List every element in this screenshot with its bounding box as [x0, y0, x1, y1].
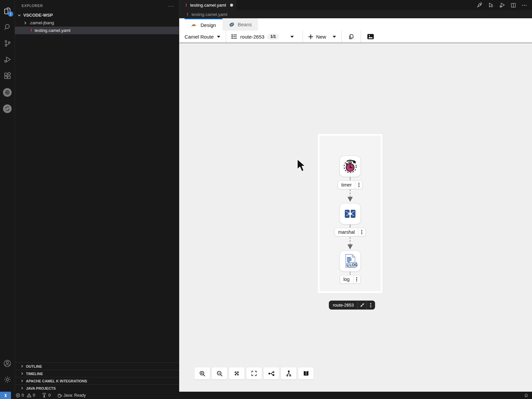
kebab-menu-icon[interactable]	[358, 228, 365, 236]
new-route-button[interactable]: New	[303, 31, 342, 43]
explorer-badge: 1	[8, 11, 13, 17]
breadcrumb-label: testing.camel.yaml	[192, 12, 227, 17]
sidebar-item-extensions[interactable]	[0, 68, 15, 84]
account-button[interactable]	[0, 355, 15, 371]
node-timer[interactable]	[339, 156, 361, 177]
editor-tab-bar: ! testing.camel.yaml	[179, 0, 532, 10]
zoom-in-button[interactable]	[195, 367, 210, 379]
explorer-header: EXPLORER ···	[15, 0, 179, 11]
tab-design-label: Design	[200, 22, 216, 28]
svg-text:LOG: LOG	[349, 263, 358, 267]
dsl-selector[interactable]: Camel Route	[185, 31, 226, 43]
tab-beans[interactable]: Beans	[222, 18, 258, 31]
workspace-root[interactable]: VSCODE-WSP	[15, 11, 179, 19]
remote-indicator[interactable]	[0, 392, 11, 399]
tab-testing-camel-yaml[interactable]: ! testing.camel.yaml	[179, 0, 236, 10]
section-label: TIMELINE	[26, 372, 43, 376]
tree-item-testing-camel-yaml[interactable]: ! testing.camel.yaml	[15, 27, 179, 34]
section-outline[interactable]: OUTLINE	[15, 362, 179, 370]
canvas-toolbar	[195, 367, 314, 379]
kaoto-tab-bar: Design Beans	[179, 18, 532, 31]
gear-icon	[3, 375, 12, 384]
node-log[interactable]: LOG	[339, 250, 361, 272]
notifications-button[interactable]	[524, 393, 529, 398]
export-image-button[interactable]	[361, 31, 380, 43]
chevron-right-icon	[20, 379, 24, 382]
layout-vertical-button[interactable]	[281, 367, 296, 379]
tree-item-camel-jbang[interactable]: .camel-jbang	[15, 19, 179, 27]
run-integration-icon[interactable]	[488, 2, 494, 8]
debug-integration-icon[interactable]	[499, 2, 505, 8]
kebab-menu-icon[interactable]	[353, 275, 360, 283]
folder-label: .camel-jbang	[29, 20, 54, 25]
section-camel-k-integrations[interactable]: APACHE CAMEL K INTEGRATIONS	[15, 377, 179, 384]
activity-bar: 1	[0, 0, 15, 392]
kaoto-toolbar: Camel Route route-2653 1/1	[179, 31, 532, 43]
problems-errors[interactable]: 0	[16, 393, 24, 398]
image-icon	[367, 34, 374, 40]
kebab-menu-icon[interactable]	[366, 301, 375, 310]
caret-down-icon	[217, 36, 220, 38]
split-editor-icon[interactable]	[510, 2, 516, 8]
route-group-label[interactable]: route-2653	[329, 301, 375, 310]
section-timeline[interactable]: TIMELINE	[15, 370, 179, 377]
catalog-button[interactable]	[298, 367, 314, 379]
node-label-marshal[interactable]: marshal	[334, 228, 366, 236]
extensions-icon	[3, 72, 12, 80]
node-label-timer[interactable]: timer	[337, 181, 362, 189]
sidebar-item-run-debug[interactable]	[0, 52, 15, 68]
chevron-down-icon	[17, 14, 22, 17]
node-label-text: marshal	[335, 229, 358, 235]
settings-button[interactable]	[0, 371, 15, 388]
plus-icon	[308, 34, 313, 39]
section-label: JAVA PROJECTS	[26, 386, 56, 390]
java-status[interactable]: Java: Ready	[57, 393, 86, 398]
java-status-label: Java: Ready	[64, 393, 86, 398]
node-marshal[interactable]	[339, 203, 361, 224]
fit-to-screen-button[interactable]	[246, 367, 262, 379]
node-label-log[interactable]: log	[340, 275, 361, 284]
kaoto-canvas[interactable]: timer	[179, 43, 532, 392]
layout-horizontal-button[interactable]	[264, 367, 279, 379]
explorer-sidebar: EXPLORER ··· VSCODE-WSP .camel-jbang	[15, 0, 179, 392]
section-java-projects[interactable]: JAVA PROJECTS	[15, 384, 179, 392]
more-actions-icon[interactable]	[521, 2, 527, 8]
sidebar-item-camel[interactable]	[0, 100, 15, 117]
workspace-label: VSCODE-WSP	[23, 13, 53, 18]
sidebar-item-kubernetes[interactable]	[0, 84, 15, 100]
run-jbang-rocket-icon[interactable]	[476, 2, 483, 8]
section-label: APACHE CAMEL K INTEGRATIONS	[26, 379, 87, 383]
ports-indicator[interactable]: 0	[42, 393, 51, 398]
account-icon	[3, 359, 12, 368]
route-list-icon	[231, 34, 237, 39]
node-label-text: timer	[338, 182, 355, 188]
expand-button[interactable]	[229, 367, 244, 379]
route-dropdown-button[interactable]	[282, 31, 303, 43]
main-area: 1	[0, 0, 532, 392]
sidebar-item-explorer[interactable]: 1	[0, 3, 15, 19]
collapse-route-icon[interactable]	[358, 301, 366, 310]
explorer-more-actions-icon[interactable]: ···	[168, 3, 174, 9]
bean-icon	[229, 22, 235, 28]
sidebar-item-search[interactable]	[0, 19, 15, 35]
problems-warnings[interactable]: 0	[27, 393, 35, 398]
route-name: route-2653	[240, 34, 265, 40]
yaml-file-icon: !	[185, 3, 188, 8]
editor-area: ! testing.camel.yaml	[179, 0, 532, 392]
chevron-right-icon	[20, 372, 24, 375]
marshal-icon	[342, 206, 358, 221]
modified-dot-icon[interactable]	[230, 4, 233, 7]
status-bar: 0 0 0 Java: Ready	[0, 392, 532, 399]
breadcrumb[interactable]: ! testing.camel.yaml	[179, 10, 532, 18]
ports-count: 0	[48, 393, 51, 398]
tab-design[interactable]: Design	[185, 18, 222, 31]
sidebar-sections: OUTLINE TIMELINE APACHE CAMEL K INTEGRAT…	[15, 362, 179, 392]
run-debug-icon	[3, 56, 12, 64]
copy-flow-button[interactable]	[342, 31, 361, 43]
sidebar-item-source-control[interactable]	[0, 35, 15, 52]
dsl-label: Camel Route	[185, 34, 214, 40]
new-label: New	[316, 34, 326, 40]
zoom-out-button[interactable]	[212, 367, 227, 379]
kebab-menu-icon[interactable]	[355, 181, 362, 189]
route-selector[interactable]: route-2653 1/1	[226, 31, 282, 43]
